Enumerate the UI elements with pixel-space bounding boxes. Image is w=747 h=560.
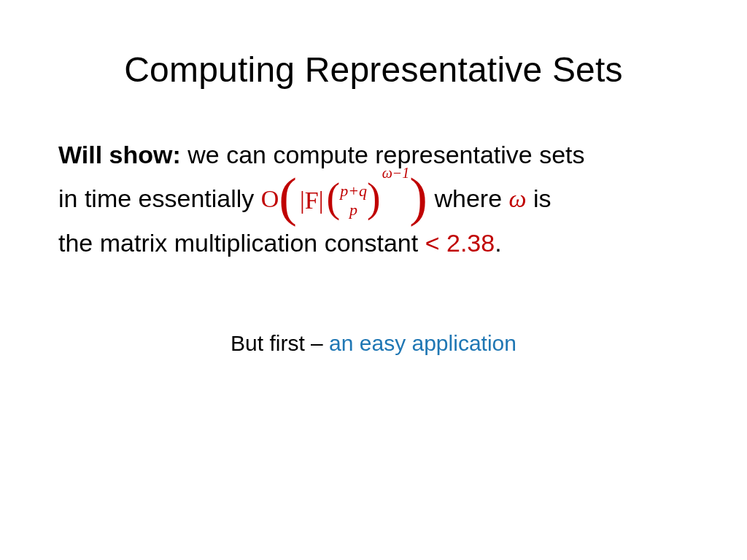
binom-top: p+q	[340, 183, 367, 199]
line2-suffix-a: where	[427, 184, 509, 212]
outer-lparen: (	[279, 176, 297, 219]
subtitle-accent: an easy application	[329, 331, 516, 355]
line2-prefix: in time essentially	[58, 184, 261, 212]
line3-suffix: .	[495, 229, 501, 257]
slide: Computing Representative Sets Will show:…	[0, 0, 747, 560]
binom-rparen: )	[367, 182, 381, 214]
omega-symbol: ω	[508, 185, 526, 212]
binom-bot: p	[340, 202, 367, 218]
binom-lparen: (	[327, 182, 341, 214]
body-text: Will show: we can compute representative…	[58, 133, 689, 265]
subtitle: But first – an easy application	[58, 331, 689, 356]
abs-f: |F|	[300, 188, 324, 213]
outer-rparen: )	[409, 176, 427, 219]
line3-prefix: the matrix multiplication constant	[58, 229, 425, 257]
subtitle-prefix: But first –	[231, 331, 329, 355]
bound-value: < 2.38	[425, 229, 495, 257]
line2-suffix-b: is	[527, 184, 551, 212]
exponent: ω−1	[382, 166, 410, 180]
binomial: p+qp	[340, 183, 367, 218]
will-show-label: Will show:	[58, 141, 181, 168]
slide-title: Computing Representative Sets	[58, 50, 689, 90]
complexity-formula: O(|F|(p+qp)ω−1)	[261, 179, 427, 222]
big-o-symbol: O	[261, 185, 279, 212]
